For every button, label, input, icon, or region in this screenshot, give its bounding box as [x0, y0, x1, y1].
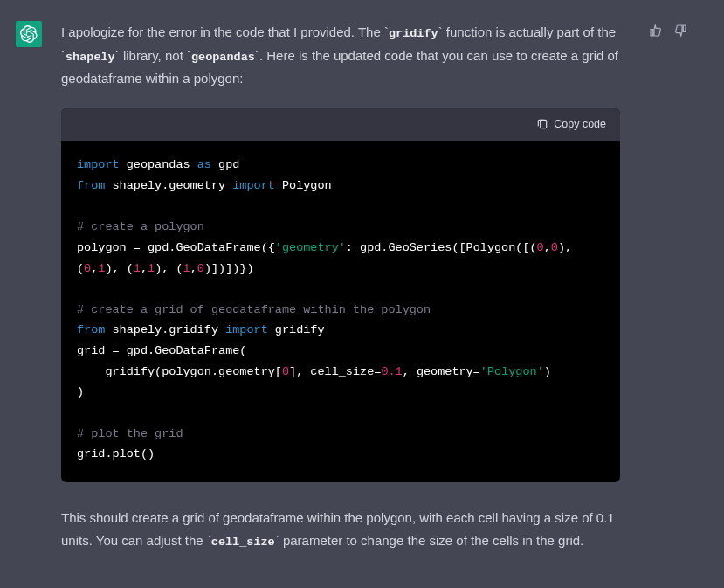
thumbs-up-icon — [649, 24, 663, 38]
inline-code-gridify: gridify — [389, 27, 438, 40]
code-block: Copy code import geopandas as gpd from s… — [61, 108, 620, 482]
thumbs-down-button[interactable] — [672, 23, 688, 38]
code-content: import geopandas as gpd from shapely.geo… — [61, 141, 620, 481]
assistant-avatar — [16, 21, 42, 47]
intro-paragraph: I apologize for the error in the code th… — [61, 21, 620, 91]
inline-code-cellsize: cell_size — [211, 536, 275, 549]
thumbs-up-button[interactable] — [648, 23, 664, 38]
intro-text-3: library, not — [120, 48, 187, 63]
code-block-header: Copy code — [61, 108, 620, 142]
intro-text-1: I apologize for the error in the code th… — [61, 24, 384, 39]
clipboard-icon — [536, 118, 548, 130]
message-actions — [648, 21, 688, 553]
copy-code-button[interactable]: Copy code — [536, 115, 606, 135]
message-content: I apologize for the error in the code th… — [61, 21, 629, 553]
inline-code-shapely: shapely — [66, 51, 115, 64]
intro-text-2: function is actually part of the — [443, 24, 616, 39]
outro-paragraph: This should create a grid of geodatafram… — [61, 507, 620, 553]
openai-logo-icon — [20, 25, 38, 43]
inline-code-geopandas: geopandas — [191, 51, 255, 64]
copy-code-label: Copy code — [554, 115, 606, 135]
thumbs-down-icon — [673, 24, 687, 38]
svg-rect-0 — [541, 121, 547, 128]
outro-text-2: parameter to change the size of the cell… — [279, 533, 584, 548]
assistant-message: I apologize for the error in the code th… — [0, 0, 724, 574]
